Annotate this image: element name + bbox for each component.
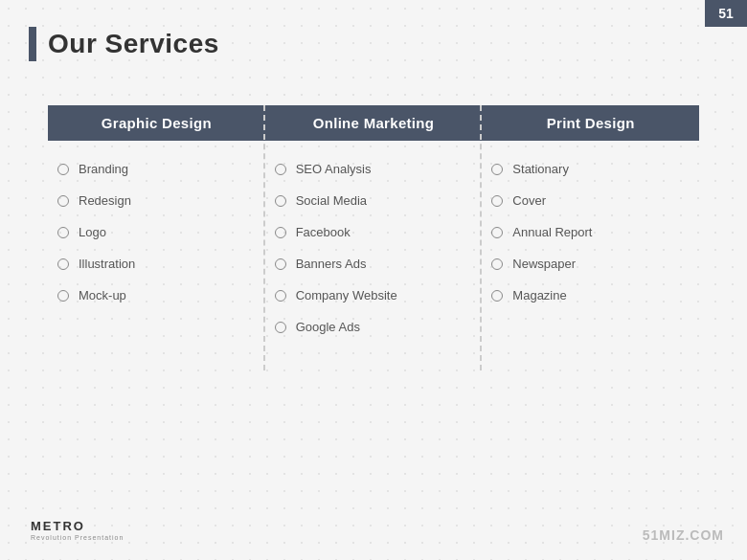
watermark: 51MIZ.COM xyxy=(643,527,724,543)
list-item-label: Branding xyxy=(79,162,128,176)
footer: METRO Revolution Presentation xyxy=(29,519,124,541)
bullet-icon xyxy=(275,290,286,302)
list-item-label: Google Ads xyxy=(296,320,360,334)
list-item-label: Company Website xyxy=(296,288,397,302)
list-item-label: Magazine xyxy=(512,288,566,302)
logo: METRO Revolution Presentation xyxy=(31,519,124,541)
list-item: Banners Ads xyxy=(275,257,473,271)
list-item-label: Facebook xyxy=(296,225,351,239)
service-column-graphic-design: Graphic DesignBrandingRedesignLogoIllust… xyxy=(48,105,265,351)
list-item-label: Logo xyxy=(79,225,106,239)
list-item-label: Stationary xyxy=(512,162,569,176)
bullet-icon xyxy=(491,227,503,238)
list-item: Newspaper xyxy=(491,257,690,271)
service-column-online-marketing: Online MarketingSEO AnalysisSocial Media… xyxy=(265,105,483,351)
list-item-label: SEO Analysis xyxy=(296,162,372,176)
bullet-icon xyxy=(275,322,286,333)
list-item: Logo xyxy=(57,225,256,239)
list-item: Redesign xyxy=(57,193,256,208)
bullet-icon xyxy=(275,195,286,207)
column-list-print-design: StationaryCoverAnnual ReportNewspaperMag… xyxy=(482,162,699,302)
bullet-icon xyxy=(491,195,503,207)
list-item: Annual Report xyxy=(491,225,690,239)
bullet-icon xyxy=(275,164,286,175)
list-item: Cover xyxy=(491,193,690,208)
bullet-icon xyxy=(491,258,503,270)
services-content: Graphic DesignBrandingRedesignLogoIllust… xyxy=(48,105,699,351)
column-list-online-marketing: SEO AnalysisSocial MediaFacebookBanners … xyxy=(265,162,483,334)
list-item-label: Annual Report xyxy=(512,225,592,239)
column-header-print-design: Print Design xyxy=(482,105,699,141)
list-item: Company Website xyxy=(275,288,473,302)
logo-subtitle: Revolution Presentation xyxy=(31,534,124,541)
list-item: Magazine xyxy=(491,288,690,302)
list-item-label: Banners Ads xyxy=(296,257,367,271)
list-item-label: Cover xyxy=(512,193,546,208)
page-header: Our Services xyxy=(29,27,219,61)
column-header-graphic-design: Graphic Design xyxy=(48,105,265,141)
logo-name: METRO xyxy=(31,519,124,533)
bullet-icon xyxy=(57,164,69,175)
bullet-icon xyxy=(491,290,503,302)
list-item-label: Mock-up xyxy=(79,288,126,302)
list-item-label: Redesign xyxy=(79,193,131,208)
page-title: Our Services xyxy=(48,29,219,59)
list-item: SEO Analysis xyxy=(275,162,473,176)
bullet-icon xyxy=(57,290,69,302)
list-item-label: Social Media xyxy=(296,193,367,208)
list-item: Social Media xyxy=(275,193,473,208)
list-item: Stationary xyxy=(491,162,690,176)
bullet-icon xyxy=(275,258,286,270)
list-item: Illustration xyxy=(57,257,256,271)
bullet-icon xyxy=(275,227,286,238)
page-number: 51 xyxy=(705,0,747,27)
service-column-print-design: Print DesignStationaryCoverAnnual Report… xyxy=(482,105,699,351)
bullet-icon xyxy=(57,227,69,238)
list-item: Facebook xyxy=(275,225,473,239)
bullet-icon xyxy=(57,258,69,270)
list-item: Branding xyxy=(57,162,256,176)
column-header-online-marketing: Online Marketing xyxy=(265,105,483,141)
list-item: Mock-up xyxy=(57,288,256,302)
bullet-icon xyxy=(491,164,503,175)
column-list-graphic-design: BrandingRedesignLogoIllustrationMock-up xyxy=(48,162,265,302)
list-item: Google Ads xyxy=(275,320,473,334)
list-item-label: Illustration xyxy=(79,257,135,271)
bullet-icon xyxy=(57,195,69,207)
header-accent xyxy=(29,27,36,61)
list-item-label: Newspaper xyxy=(512,257,576,271)
